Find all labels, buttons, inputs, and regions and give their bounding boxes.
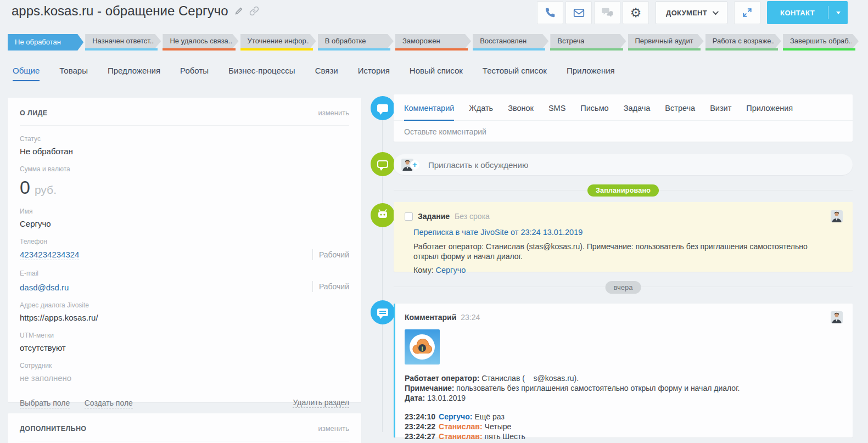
contact-menu-toggle[interactable] xyxy=(828,12,848,14)
chat-time: 23:24:10 xyxy=(405,412,435,421)
task-checkbox[interactable] xyxy=(405,212,413,221)
timeline-tab[interactable]: Задача xyxy=(624,104,651,120)
expand-icon xyxy=(742,7,753,18)
pipeline-stage-label: Уточнение инфор... xyxy=(248,34,309,48)
pipeline-stage-label: Не обработан xyxy=(15,34,61,51)
pipeline-stage-underline xyxy=(85,48,158,51)
document-button[interactable]: ДОКУМЕНТ xyxy=(656,1,727,24)
settings-button[interactable]: ⚙ xyxy=(623,1,649,24)
pipeline-stage[interactable]: Не обработан xyxy=(8,34,83,51)
timeline-tab[interactable]: SMS xyxy=(548,104,565,120)
main-tab[interactable]: Бизнес-процессы xyxy=(228,66,295,81)
pipeline-stage-underline xyxy=(240,48,313,51)
chat-line: 23:24:27Станислав:пять Шесть xyxy=(405,431,843,441)
task-to-link[interactable]: Сергучо xyxy=(436,266,466,274)
email-type: Рабочий xyxy=(312,281,349,292)
pipeline-stage[interactable]: Работа с возраже... xyxy=(705,34,781,51)
avatar xyxy=(831,311,843,323)
robot-task-marker-icon xyxy=(371,203,395,227)
task-deadline: Без срока xyxy=(455,212,490,221)
pipeline-stage[interactable]: Встреча xyxy=(550,34,626,51)
invite-label: Пригласить к обсуждению xyxy=(428,160,528,170)
field-employee: Сотрудник не заполнено xyxy=(20,362,349,383)
edit-title-icon[interactable] xyxy=(234,6,244,16)
main-tab[interactable]: Связи xyxy=(315,66,338,81)
pipeline-stage[interactable]: Уточнение инфор... xyxy=(240,34,316,51)
copy-link-icon[interactable] xyxy=(249,6,259,16)
pipeline-stage[interactable]: Восстановлен xyxy=(473,34,548,51)
comment-input[interactable]: Оставьте комментарий xyxy=(394,121,853,143)
add-participant-icon: + xyxy=(410,160,419,170)
field-label: Сотрудник xyxy=(20,362,349,369)
speech-bubble-lines-icon xyxy=(377,309,388,316)
comment-entry-marker-icon xyxy=(371,300,395,324)
email-button[interactable] xyxy=(565,1,592,24)
edit-section-link[interactable]: изменить xyxy=(318,109,349,117)
pipeline-stage[interactable]: Первичный аудит xyxy=(628,34,704,51)
task-link[interactable]: Переписка в чате JivoSite от 23:24 13.01… xyxy=(413,228,843,237)
field-label: Телефон xyxy=(20,238,349,245)
create-field-link[interactable]: Создать поле xyxy=(85,399,133,408)
invite-to-discussion[interactable]: + Пригласить к обсуждению xyxy=(394,154,853,175)
divider xyxy=(20,125,349,126)
pipeline-stage[interactable]: Не удалось связа... xyxy=(163,34,238,51)
main-tab[interactable]: Предложения xyxy=(108,66,160,81)
chat-text: пять Шесть xyxy=(485,432,525,441)
timeline-tab[interactable]: Звонок xyxy=(508,104,534,120)
field-value: Сергучо xyxy=(20,219,349,228)
field-label: UTM-метки xyxy=(20,332,349,339)
header-actions: ⚙ ДОКУМЕНТ КОНТАКТ xyxy=(537,1,848,24)
pipeline-stage[interactable]: Завершить обраб... xyxy=(783,34,859,51)
pipeline-stage[interactable]: Заморожен xyxy=(395,34,471,51)
timeline-tab[interactable]: Приложения xyxy=(746,104,793,120)
select-field-link[interactable]: Выбрать поле xyxy=(20,399,70,408)
field-value: Не обработан xyxy=(20,147,349,156)
main-tab[interactable]: Тестовый список xyxy=(483,66,547,81)
delete-section-link[interactable]: Удалить раздел xyxy=(293,398,349,408)
task-to-label: Кому: xyxy=(413,266,434,274)
planned-badge: Запланировано xyxy=(587,184,659,197)
main-tab[interactable]: Общие xyxy=(13,66,40,81)
chat-author: Сергучо: xyxy=(439,412,472,421)
chat-time: 23:24:27 xyxy=(405,432,435,441)
chat-author: Станислав: xyxy=(439,422,483,431)
main-tab[interactable]: Приложения xyxy=(567,66,615,81)
pipeline-stage-label: Восстановлен xyxy=(480,34,527,48)
pipeline-stage-label: Первичный аудит xyxy=(635,34,693,48)
pipeline-stage[interactable]: Назначен ответст... xyxy=(85,34,161,51)
edit-section-link[interactable]: изменить xyxy=(318,424,349,433)
chat-line: 23:24:22Станислав:Четыре xyxy=(405,422,843,431)
field-label: Сумма и валюта xyxy=(20,165,349,173)
chat-text: Ещё раз xyxy=(474,412,504,421)
document-button-label: ДОКУМЕНТ xyxy=(666,9,707,17)
pipeline-stage-underline xyxy=(628,48,701,51)
main-tab[interactable]: Товары xyxy=(59,66,88,81)
main-tab[interactable]: Новый список xyxy=(410,66,463,81)
expand-button[interactable] xyxy=(734,1,760,24)
email-link[interactable]: dasd@dsd.ru xyxy=(20,283,69,292)
timeline-tab[interactable]: Комментарий xyxy=(404,104,454,121)
contact-button[interactable]: КОНТАКТ xyxy=(767,1,848,24)
chat-button[interactable] xyxy=(594,1,620,24)
call-button[interactable] xyxy=(537,1,563,24)
main-tabs: ОбщиеТоварыПредложенияРоботыБизнес-проце… xyxy=(13,66,615,81)
timeline-tab[interactable]: Визит xyxy=(710,104,731,120)
timeline-tab[interactable]: Ждать xyxy=(469,104,493,120)
timeline-tab[interactable]: Письмо xyxy=(580,104,608,120)
page-header: apps.kosas.ru - обращение Сергучо xyxy=(12,3,259,19)
task-title: Задание xyxy=(418,212,450,221)
main-tab[interactable]: Роботы xyxy=(180,66,209,81)
pipeline-stage[interactable]: В обработке xyxy=(318,34,394,51)
field-label: Адрес диалога Jivosite xyxy=(20,301,349,309)
main-tab[interactable]: История xyxy=(358,66,390,81)
timeline-tab[interactable]: Встреча xyxy=(665,104,695,120)
task-card: Задание Без срока Переписка в чате JivoS… xyxy=(394,202,853,272)
pipeline-stage-label: Не удалось связа... xyxy=(170,34,231,48)
timeline-tabs: КомментарийЖдатьЗвонокSMSПисьмоЗадачаВст… xyxy=(394,94,853,121)
field-value: не заполнено xyxy=(20,373,349,383)
pipeline-stage-label: Завершить обраб... xyxy=(790,34,852,48)
jivosite-attachment-thumbnail[interactable]: j xyxy=(405,329,440,365)
pipeline-stage-underline xyxy=(163,48,235,51)
field-value: https://apps.kosas.ru/ xyxy=(20,313,349,322)
phone-link[interactable]: 4234234234324 xyxy=(20,250,79,260)
